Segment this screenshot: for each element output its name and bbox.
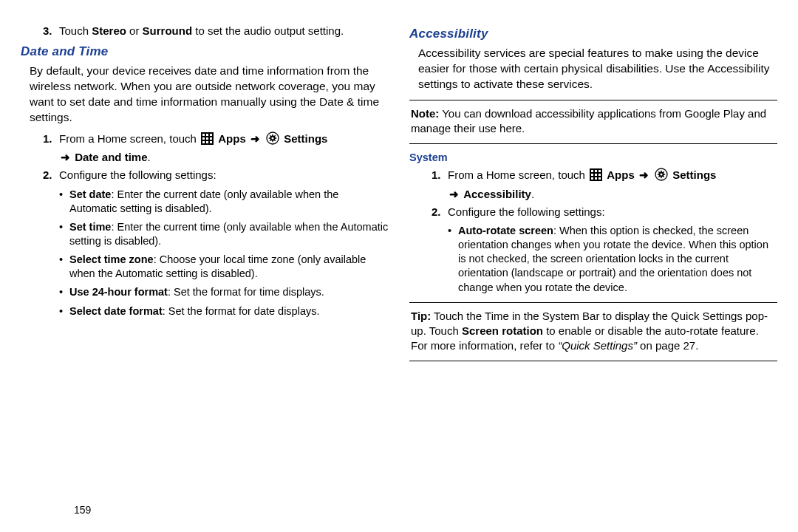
tip-italic: “Quick Settings” [558,339,637,352]
list-item: • Select time zone: Choose your local ti… [59,253,389,281]
tip-text: on page 27. [637,339,698,352]
date-intro-paragraph: By default, your device receives date an… [30,64,389,126]
note-text: You can download accessibility applicati… [411,107,766,134]
audio-step-3: 3. Touch Stereo or Surround to set the a… [43,24,389,38]
list-item-text: Set time: Enter the current time (only a… [69,220,389,248]
list-item-text: Select time zone: Choose your local time… [69,253,389,281]
settings-gear-icon [266,132,279,149]
step-text: Configure the following settings: [59,168,389,183]
svg-rect-14 [595,170,597,172]
text: : Set the format for date displays. [163,305,320,317]
period: . [531,188,534,200]
list-item-text: Set date: Enter the current date (only a… [69,188,389,216]
heading-accessibility: Accessibility [409,27,777,41]
arrow-icon: ➜ [59,150,72,165]
list-item: • Set time: Enter the current time (only… [59,220,389,248]
bullet-icon: • [448,224,458,295]
svg-rect-4 [202,137,205,140]
right-column: Accessibility Accessibility services are… [403,21,777,517]
step-text: From a Home screen, touch Apps ➜ Setting… [448,168,777,185]
svg-rect-5 [206,137,208,140]
list-item-text: Select date format: Set the format for d… [69,304,389,318]
svg-rect-8 [206,141,208,143]
svg-rect-3 [210,134,212,136]
screen-rotation-label: Screen rotation [462,324,543,337]
period: . [148,151,151,163]
settings-gear-icon [655,168,668,185]
list-item: • Select date format: Set the format for… [59,304,389,318]
bullet-icon: • [59,285,69,299]
svg-rect-19 [591,177,593,180]
svg-rect-1 [202,134,205,136]
divider [409,361,777,361]
label: Select time zone [69,253,154,265]
arrow-icon: ➜ [638,168,650,183]
label: Set date [69,188,111,200]
bullet-icon: • [59,253,69,281]
list-item: • Auto-rotate screen: When this option i… [448,224,777,295]
apps-label: Apps [218,132,246,145]
note-label: Note: [411,107,439,120]
label: Set time [69,221,111,233]
system-step-2: 2. Configure the following settings: [432,205,777,219]
accessibility-intro: Accessibility services are special featu… [418,46,777,92]
step-number: 2. [43,168,59,183]
svg-point-11 [271,137,273,139]
step-continuation: ➜ Date and time. [59,150,389,165]
svg-rect-2 [206,134,208,136]
bullet-icon: • [59,188,69,216]
date-step-2: 2. Configure the following settings: [43,168,389,183]
apps-label: Apps [607,168,635,181]
step-number: 1. [432,168,448,185]
divider [409,143,777,144]
accessibility-label: Accessibility [463,188,531,200]
svg-rect-18 [598,174,601,176]
svg-rect-15 [598,170,601,172]
list-item: • Set date: Enter the current date (only… [59,188,389,216]
note-block: Note: You can download accessibility app… [411,106,777,137]
text: to set the audio output setting. [192,24,344,37]
bold-surround: Surround [143,24,193,37]
text: : Enter the current time (only available… [69,221,388,247]
system-step-1: 1. From a Home screen, touch Apps ➜ Sett… [432,168,777,185]
svg-rect-21 [598,177,601,180]
date-step-1: 1. From a Home screen, touch Apps ➜ Sett… [43,132,389,149]
text: Touch [59,24,92,37]
step-text: From a Home screen, touch Apps ➜ Setting… [59,132,389,149]
bold-stereo: Stereo [92,24,126,37]
tip-label: Tip: [411,310,431,322]
svg-rect-7 [202,141,205,143]
svg-rect-13 [591,170,593,172]
left-column: 3. Touch Stereo or Surround to set the a… [21,21,403,517]
step-text: Touch Stereo or Surround to set the audi… [59,24,389,38]
svg-rect-17 [595,174,597,176]
label: Auto-rotate screen [458,225,553,236]
date-and-time-label: Date and time [75,151,147,163]
settings-label: Settings [284,132,327,145]
heading-system: System [409,151,777,163]
divider [409,302,777,303]
heading-date-and-time: Date and Time [21,44,389,59]
list-item: • Use 24-hour format: Set the format for… [59,285,389,299]
svg-rect-20 [595,177,597,180]
svg-rect-6 [210,137,212,140]
bullet-icon: • [59,304,69,318]
bullet-icon: • [59,220,69,248]
step-text: Configure the following settings: [448,205,777,219]
step-number: 3. [43,24,59,38]
label: Select date format [69,305,163,317]
divider [409,100,777,100]
page-number: 159 [74,504,91,516]
text: From a Home screen, touch [448,168,588,181]
tip-block: Tip: Touch the Time in the System Bar to… [411,309,777,354]
list-item-text: Use 24-hour format: Set the format for t… [69,285,389,299]
text: : Set the format for time displays. [168,286,324,298]
apps-grid-icon [590,168,602,185]
svg-rect-16 [591,174,593,176]
step-continuation: ➜ Accessibility. [448,187,777,202]
text: or [126,24,143,37]
list-item-text: Auto-rotate screen: When this option is … [458,224,777,295]
arrow-icon: ➜ [448,187,460,202]
settings-label: Settings [672,168,716,181]
apps-grid-icon [201,132,214,149]
